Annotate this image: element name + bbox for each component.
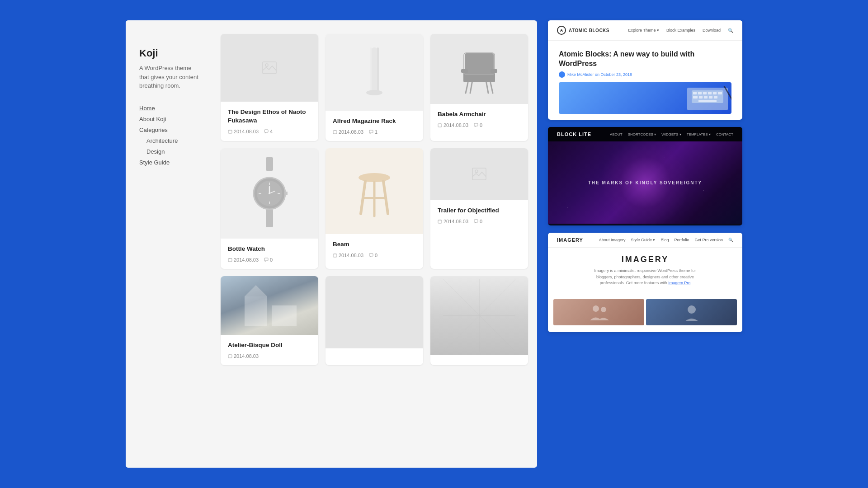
svg-point-83 <box>593 305 599 312</box>
card-date: 2014.08.03 <box>228 257 259 263</box>
nav-templates: TEMPLATES ▾ <box>687 132 711 136</box>
card-trailer-objectified[interactable]: Trailer for Objectified 2014.08.03 0 <box>430 148 528 269</box>
svg-point-53 <box>475 170 478 173</box>
card-body: The Design Ethos of Naoto Fukasawa 2014.… <box>221 102 318 141</box>
card-hallway[interactable] <box>430 276 528 365</box>
content-grid: The Design Ethos of Naoto Fukasawa 2014.… <box>216 20 537 468</box>
imagery-pro-link[interactable]: Imagery Pro <box>668 281 690 285</box>
nav-portfolio: Portfolio <box>674 238 689 242</box>
atomic-logo: A ATOMIC BLOCKS <box>557 26 609 35</box>
atomic-nav-links: Explore Theme ▾ Block Examples Download … <box>628 28 733 33</box>
nav-about: ABOUT <box>610 132 623 136</box>
nav-link-design[interactable]: Design <box>146 148 165 155</box>
search-icon[interactable]: 🔍 <box>728 28 733 33</box>
nav-shortcodes: SHORTCODES ▾ <box>628 132 656 136</box>
card-date: 2014.08.03 <box>333 129 363 135</box>
svg-rect-8 <box>377 47 379 93</box>
nav-about-imagery: About Imagery <box>599 238 626 242</box>
atomic-logo-text: ATOMIC BLOCKS <box>569 28 609 33</box>
svg-rect-82 <box>698 100 717 102</box>
card-body: Bottle Watch 2014.08.03 0 <box>221 239 318 269</box>
svg-rect-42 <box>264 258 268 261</box>
imagery-preview: IMAGERY About Imagery Style Guide ▾ Blog… <box>548 233 742 332</box>
card-comments: 0 <box>264 257 273 263</box>
card-image-placeholder <box>430 148 528 200</box>
card-bottle-watch[interactable]: Bottle Watch 2014.08.03 0 <box>221 148 318 269</box>
blocklite-preview: BLOCK LITE ABOUT SHORTCODES ▾ WIDGETS ▾ … <box>548 127 742 225</box>
sidebar-item-home[interactable]: Home <box>139 104 203 112</box>
imagery-photo-person <box>646 299 737 325</box>
svg-rect-27 <box>266 157 273 171</box>
imagery-title: IMAGERY <box>557 255 733 264</box>
svg-point-1 <box>265 64 268 66</box>
nav-link-architecture[interactable]: Architecture <box>146 137 178 144</box>
card-alfred[interactable]: Alfred Magazine Rack 2014.08.03 1 <box>326 34 423 141</box>
svg-rect-13 <box>369 130 373 133</box>
card-title: The Design Ethos of Naoto Fukasawa <box>228 108 311 125</box>
svg-rect-54 <box>438 220 442 223</box>
author-text: Mike McAlister on October 23, 2018 <box>567 72 632 77</box>
card-babela[interactable]: Babela Armchair 2014.08.03 0 <box>430 34 528 141</box>
card-meta: 2014.08.03 0 <box>228 257 311 263</box>
card-title: Babela Armchair <box>438 110 521 119</box>
card-image-gray2 <box>326 276 423 348</box>
svg-line-16 <box>470 80 472 93</box>
svg-rect-76 <box>718 92 722 94</box>
card-date: 2014.08.03 <box>438 122 468 128</box>
svg-rect-78 <box>699 96 703 99</box>
card-image-placeholder <box>221 34 318 102</box>
author-avatar <box>559 71 565 78</box>
svg-point-84 <box>601 307 606 312</box>
card-date: 2014.08.03 <box>438 219 468 224</box>
site-description: A WordPress theme that gives your conten… <box>139 64 203 90</box>
svg-rect-58 <box>245 296 267 326</box>
nav-link-home[interactable]: Home <box>139 105 155 112</box>
sidebar-item-categories[interactable]: Categories <box>139 126 203 134</box>
svg-rect-57 <box>474 220 478 222</box>
atomic-logo-icon: A <box>557 26 566 35</box>
svg-rect-22 <box>491 69 497 73</box>
sidebar-item-architecture[interactable]: Architecture <box>139 136 203 145</box>
atomic-author: Mike McAlister on October 23, 2018 <box>559 71 731 78</box>
sidebar-item-design[interactable]: Design <box>139 147 203 155</box>
svg-point-9 <box>366 90 382 95</box>
svg-rect-48 <box>333 254 337 257</box>
svg-line-66 <box>443 279 479 315</box>
card-image-watch <box>221 148 318 239</box>
imagery-body: IMAGERY Imagery is a minimalist responsi… <box>548 248 742 299</box>
imagery-photo-people <box>553 299 644 325</box>
search-icon[interactable]: 🔍 <box>728 238 733 242</box>
card-meta: 2014.08.03 0 <box>438 122 521 128</box>
nav-link-styleguide[interactable]: Style Guide <box>139 159 170 166</box>
nav-link-categories[interactable]: Categories <box>139 127 168 133</box>
svg-rect-60 <box>272 305 297 326</box>
svg-rect-75 <box>713 92 717 94</box>
nav-contact: CONTACT <box>716 132 733 136</box>
nav-widgets: WIDGETS ▾ <box>661 132 681 136</box>
nav-link-about[interactable]: About Koji <box>139 116 166 122</box>
card-beam[interactable]: Beam 2014.08.03 0 <box>326 148 423 269</box>
right-panel: A ATOMIC BLOCKS Explore Theme ▾ Block Ex… <box>548 20 742 468</box>
sidebar-item-styleguide[interactable]: Style Guide <box>139 158 203 166</box>
site-title: Koji <box>139 47 203 59</box>
card-comments: 4 <box>264 129 273 134</box>
sidebar-item-about[interactable]: About Koji <box>139 115 203 123</box>
koji-theme-panel: Koji A WordPress theme that gives your c… <box>126 20 537 468</box>
atomic-blocks-preview: A ATOMIC BLOCKS Explore Theme ▾ Block Ex… <box>548 20 742 120</box>
blocklite-nav-links: ABOUT SHORTCODES ▾ WIDGETS ▾ TEMPLATES ▾… <box>610 132 733 136</box>
card-image-rack <box>326 34 423 111</box>
keyboard-image <box>687 88 728 110</box>
card-image-hallway <box>430 276 528 355</box>
card-gray-2[interactable] <box>326 276 423 365</box>
card-meta: 2014.08.03 <box>228 353 311 359</box>
card-atelier[interactable]: Atelier-Bisque Doll 2014.08.03 <box>221 276 318 365</box>
nav-explore: Explore Theme ▾ <box>628 28 659 33</box>
card-image-chair <box>430 34 528 104</box>
card-design-ethos[interactable]: The Design Ethos of Naoto Fukasawa 2014.… <box>221 34 318 141</box>
svg-rect-28 <box>266 209 273 227</box>
nav-get-pro: Get Pro version <box>694 238 723 242</box>
svg-rect-26 <box>474 123 478 126</box>
svg-rect-6 <box>371 47 378 93</box>
svg-rect-7 <box>370 47 372 93</box>
blocklite-tagline: THE MARKS OF KINGLY SOVEREIGNTY <box>588 180 703 185</box>
